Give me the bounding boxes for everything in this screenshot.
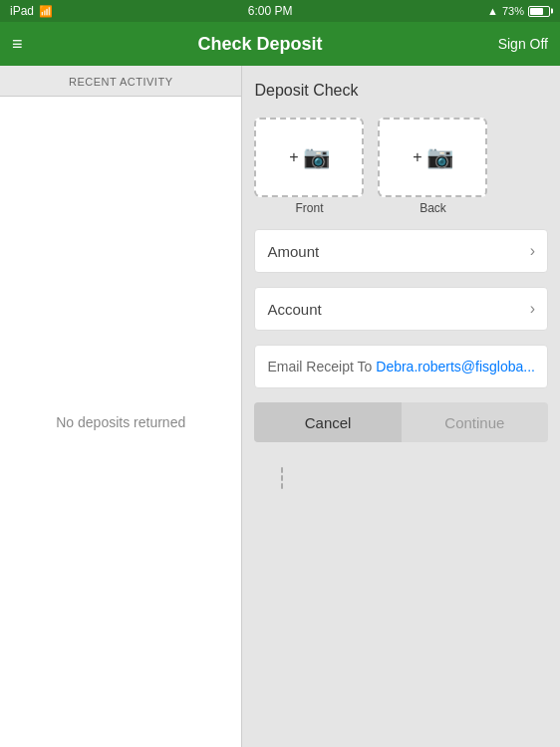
front-photo-container: + 📷 Front [254, 118, 364, 215]
front-camera-icon: 📷 [303, 144, 330, 170]
amount-field[interactable]: Amount › [254, 229, 548, 273]
back-camera-icon: 📷 [426, 144, 453, 170]
email-receipt-label: Email Receipt To [267, 359, 372, 374]
front-photo-button[interactable]: + 📷 [254, 118, 364, 197]
status-bar: iPad 📶 6:00 PM ▲ 73% [0, 0, 560, 22]
right-panel: Deposit Check + 📷 Front + 📷 Back Amount [242, 66, 560, 747]
back-plus-icon: + [413, 148, 421, 166]
app-header: ≡ Check Deposit Sign Off [0, 22, 560, 66]
page-title: Check Deposit [198, 34, 323, 55]
account-field[interactable]: Account › [254, 287, 548, 331]
recent-activity-header: RECENT ACTIVITY [0, 66, 241, 97]
status-right: ▲ 73% [487, 5, 550, 17]
cancel-button[interactable]: Cancel [254, 402, 401, 442]
wifi-icon: 📶 [39, 5, 53, 18]
status-time: 6:00 PM [248, 4, 293, 18]
device-label: iPad [10, 4, 34, 18]
amount-chevron-icon: › [530, 242, 535, 260]
main-layout: RECENT ACTIVITY No deposits returned Dep… [0, 66, 560, 747]
account-chevron-icon: › [530, 300, 535, 318]
deposit-check-title: Deposit Check [254, 82, 548, 100]
scroll-indicator [279, 453, 285, 503]
front-label: Front [295, 201, 323, 215]
continue-button[interactable]: Continue [402, 402, 548, 442]
photo-row: + 📷 Front + 📷 Back [254, 118, 548, 215]
left-panel: RECENT ACTIVITY No deposits returned [0, 66, 242, 747]
account-label: Account [267, 301, 321, 318]
amount-label: Amount [267, 243, 319, 260]
no-deposits-message: No deposits returned [0, 97, 241, 747]
back-photo-button[interactable]: + 📷 [378, 118, 487, 197]
back-photo-container: + 📷 Back [378, 118, 487, 215]
battery-pct: 73% [502, 5, 524, 17]
email-receipt-row: Email Receipt To Debra.roberts@fisgloba.… [254, 345, 548, 388]
front-plus-icon: + [289, 148, 298, 166]
button-row: Cancel Continue [254, 402, 548, 442]
menu-icon[interactable]: ≡ [12, 34, 23, 55]
signal-icon: ▲ [487, 5, 498, 17]
status-left: iPad 📶 [10, 4, 53, 18]
sign-off-button[interactable]: Sign Off [498, 36, 548, 52]
back-label: Back [420, 201, 446, 215]
email-receipt-value: Debra.roberts@fisgloba... [376, 359, 535, 374]
battery-icon [528, 6, 550, 17]
